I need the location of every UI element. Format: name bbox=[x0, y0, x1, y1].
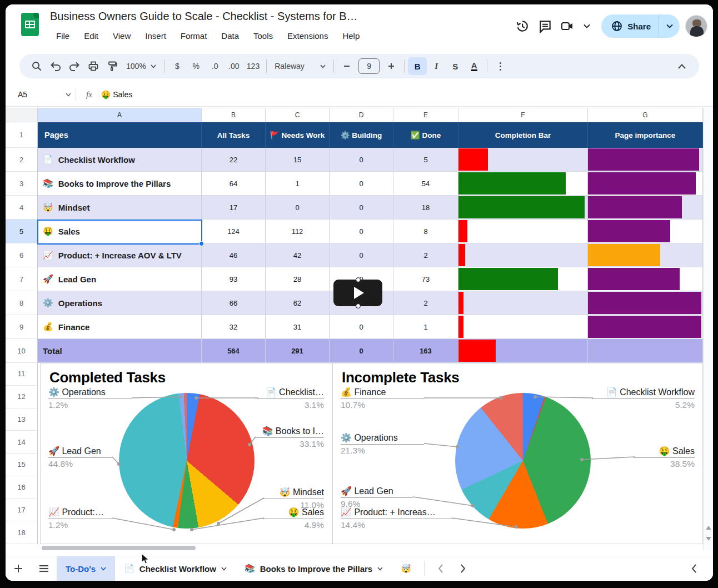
value-cell[interactable]: 124 bbox=[202, 220, 266, 243]
total-value-cell[interactable]: 163 bbox=[393, 339, 458, 363]
print-icon[interactable] bbox=[84, 57, 103, 75]
row-number-14[interactable]: 14 bbox=[6, 431, 38, 454]
more-toolbar-icon[interactable] bbox=[491, 57, 510, 75]
bar-cell[interactable] bbox=[588, 196, 703, 220]
row-number-1[interactable]: 1 bbox=[6, 122, 38, 148]
avatar[interactable] bbox=[685, 15, 707, 37]
value-cell[interactable]: 28 bbox=[266, 267, 330, 291]
row-number-2[interactable]: 2 bbox=[6, 148, 38, 172]
row-number-8[interactable]: 8 bbox=[6, 291, 38, 315]
value-cell[interactable]: 0 bbox=[330, 196, 393, 220]
row-number-13[interactable]: 13 bbox=[6, 408, 38, 431]
zoom-select[interactable]: 100% bbox=[122, 57, 161, 75]
value-cell[interactable]: 1 bbox=[266, 172, 330, 196]
bar-cell[interactable] bbox=[588, 291, 703, 315]
row-number-5[interactable]: 5 bbox=[6, 220, 38, 243]
column-header-d[interactable]: D bbox=[330, 108, 393, 122]
increase-decimal-icon[interactable]: .00 bbox=[225, 57, 243, 75]
add-sheet-button[interactable] bbox=[6, 556, 31, 581]
row-number-4[interactable]: 4 bbox=[6, 196, 38, 220]
column-header-c[interactable]: C bbox=[266, 108, 330, 122]
column-header-g[interactable]: G bbox=[588, 108, 703, 122]
page-cell-4[interactable]: 🤯Mindset bbox=[38, 196, 202, 220]
increase-font-size-icon[interactable] bbox=[382, 57, 401, 75]
strikethrough-icon[interactable]: S bbox=[446, 57, 465, 75]
collapse-panel-icon[interactable] bbox=[683, 556, 705, 581]
value-cell[interactable]: 112 bbox=[266, 220, 330, 243]
column-header-f[interactable]: F bbox=[458, 108, 588, 122]
menu-extensions[interactable]: Extensions bbox=[282, 30, 333, 42]
decrease-font-size-icon[interactable] bbox=[337, 57, 356, 75]
value-cell[interactable]: 46 bbox=[202, 243, 266, 267]
page-cell-2[interactable]: 📄Checklist Workflow bbox=[38, 148, 202, 172]
value-cell[interactable]: 0 bbox=[330, 220, 393, 243]
row-number-18[interactable]: 18 bbox=[6, 521, 38, 544]
value-cell[interactable]: 62 bbox=[266, 291, 330, 315]
page-cell-3[interactable]: 📚Books to Improve the Pillars bbox=[38, 172, 202, 196]
horizontal-scrollbar[interactable] bbox=[42, 546, 196, 550]
bar-cell[interactable] bbox=[588, 267, 703, 291]
format-currency-icon[interactable]: $ bbox=[168, 57, 187, 75]
tab-scroll-right-icon[interactable] bbox=[452, 556, 474, 581]
italic-icon[interactable]: I bbox=[427, 57, 446, 75]
collapse-toolbar-icon[interactable] bbox=[672, 57, 691, 75]
value-cell[interactable]: 64 bbox=[202, 172, 266, 196]
total-value-cell[interactable]: 291 bbox=[266, 339, 330, 363]
formula-input[interactable]: 🤑 Sales bbox=[101, 90, 132, 99]
row-number-15[interactable]: 15 bbox=[6, 454, 38, 476]
share-dropdown-button[interactable] bbox=[659, 14, 680, 38]
value-cell[interactable]: 17 bbox=[202, 196, 266, 220]
sheet-tab-to-do-s[interactable]: To-Do's bbox=[57, 556, 115, 581]
format-percent-icon[interactable]: % bbox=[187, 57, 206, 75]
font-select[interactable]: Raleway bbox=[270, 57, 330, 75]
bar-cell[interactable] bbox=[588, 148, 703, 172]
bar-cell[interactable] bbox=[458, 196, 588, 220]
bar-cell[interactable] bbox=[458, 243, 588, 267]
document-title[interactable]: Business Owners Guide to Scale - Checkli… bbox=[50, 10, 358, 23]
value-cell[interactable]: 0 bbox=[330, 243, 393, 267]
undo-icon[interactable] bbox=[46, 57, 65, 75]
play-button[interactable] bbox=[333, 280, 382, 306]
search-icon[interactable] bbox=[27, 57, 46, 75]
total-value-cell[interactable]: 564 bbox=[202, 339, 266, 363]
bar-cell[interactable] bbox=[588, 243, 703, 267]
value-cell[interactable]: 1 bbox=[393, 315, 458, 339]
page-cell-6[interactable]: 📈Product: + Increase AOV & LTV bbox=[38, 243, 202, 267]
value-cell[interactable]: 93 bbox=[202, 267, 266, 291]
history-icon[interactable] bbox=[510, 14, 533, 38]
column-header-a[interactable]: A bbox=[38, 108, 202, 122]
scroll-up-icon[interactable] bbox=[706, 526, 711, 530]
column-header-b[interactable]: B bbox=[202, 108, 266, 122]
vertical-scrollbar[interactable] bbox=[703, 108, 713, 550]
value-cell[interactable]: 5 bbox=[393, 148, 458, 172]
name-box[interactable]: A5 bbox=[6, 90, 71, 99]
row-number-10[interactable]: 10 bbox=[6, 339, 38, 363]
value-cell[interactable]: 0 bbox=[330, 172, 393, 196]
bar-cell[interactable] bbox=[588, 315, 703, 339]
scroll-down-icon[interactable] bbox=[706, 537, 711, 541]
value-cell[interactable]: 18 bbox=[393, 196, 458, 220]
select-all-corner[interactable] bbox=[6, 108, 38, 122]
value-cell[interactable]: 22 bbox=[202, 148, 266, 172]
row-number-11[interactable]: 11 bbox=[6, 363, 38, 386]
column-header-e[interactable]: E bbox=[393, 108, 458, 122]
value-cell[interactable]: 15 bbox=[266, 148, 330, 172]
sheet-tab-books-to-improve-the-pillars[interactable]: 📚Books to Improve the Pillars bbox=[236, 556, 392, 581]
value-cell[interactable]: 54 bbox=[393, 172, 458, 196]
text-color-icon[interactable]: A bbox=[465, 57, 483, 75]
row-number-3[interactable]: 3 bbox=[6, 172, 38, 196]
page-cell-9[interactable]: 💰Finance bbox=[38, 315, 202, 339]
bar-cell[interactable] bbox=[588, 172, 703, 196]
all-sheets-button[interactable] bbox=[31, 556, 57, 581]
video-call-dropdown-icon[interactable] bbox=[580, 14, 594, 38]
sheets-logo-icon[interactable] bbox=[21, 13, 39, 36]
bar-cell[interactable] bbox=[458, 315, 588, 339]
share-button[interactable]: Share bbox=[601, 21, 659, 32]
cell[interactable] bbox=[588, 339, 703, 363]
value-cell[interactable]: 2 bbox=[393, 243, 458, 267]
bar-cell[interactable] bbox=[458, 220, 588, 243]
decrease-decimal-icon[interactable]: .0 bbox=[206, 57, 225, 75]
menu-edit[interactable]: Edit bbox=[79, 30, 103, 42]
row-number-9[interactable]: 9 bbox=[6, 315, 38, 339]
row-number-6[interactable]: 6 bbox=[6, 243, 38, 267]
